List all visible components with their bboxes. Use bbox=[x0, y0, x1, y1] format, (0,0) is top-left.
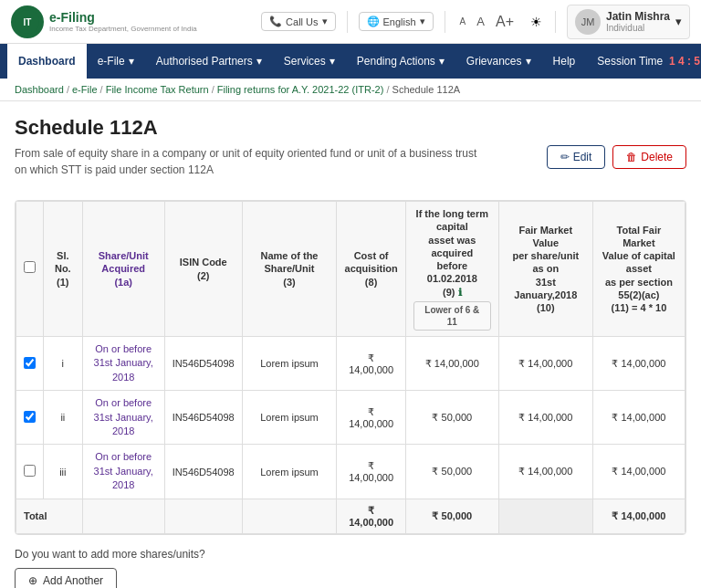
globe-icon: 🌐 bbox=[367, 16, 380, 27]
svg-text:IT: IT bbox=[24, 17, 32, 27]
chevron-down-icon: ▾ bbox=[256, 55, 262, 68]
logo-text: e-Filing Income Tax Department, Governme… bbox=[49, 10, 197, 33]
row-total-fmv: ₹ 14,00,000 bbox=[592, 445, 685, 499]
total-label-cell: Total bbox=[16, 499, 83, 533]
edit-icon: ✏ bbox=[560, 151, 570, 163]
col-header-cost: Cost ofacquisition(8) bbox=[337, 202, 406, 337]
row-name: Lorem ipsum bbox=[242, 445, 337, 499]
row-cost: ₹ 14,00,000 bbox=[337, 337, 406, 391]
row-checkbox-cell[interactable] bbox=[16, 391, 44, 445]
main-content: Schedule 112A From sale of equity share … bbox=[0, 101, 701, 588]
plus-icon: ⊕ bbox=[28, 574, 37, 587]
row-checkbox-0[interactable] bbox=[24, 357, 36, 369]
row-checkbox-cell[interactable] bbox=[16, 337, 44, 391]
font-size-controls: A A A+ bbox=[456, 12, 518, 32]
row-share-unit: On or before31st January, 2018 bbox=[82, 445, 164, 499]
row-ltcga: ₹ 50,000 bbox=[405, 445, 498, 499]
breadcrumb-efile[interactable]: e-File bbox=[72, 84, 98, 95]
chevron-down-icon: ▾ bbox=[675, 15, 682, 28]
breadcrumb: Dashboard / e-File / File Income Tax Ret… bbox=[0, 79, 701, 101]
page-title: Schedule 112A bbox=[15, 116, 686, 140]
table-row: iii On or before31st January, 2018 IN546… bbox=[16, 445, 685, 499]
logo-area: IT e-Filing Income Tax Department, Gover… bbox=[11, 5, 197, 38]
row-total-fmv: ₹ 14,00,000 bbox=[592, 337, 685, 391]
nav-help[interactable]: Help bbox=[542, 44, 587, 79]
row-name: Lorem ipsum bbox=[242, 337, 337, 391]
separator bbox=[347, 11, 348, 33]
breadcrumb-dashboard[interactable]: Dashboard bbox=[15, 84, 64, 95]
font-medium-button[interactable]: A bbox=[473, 13, 488, 30]
row-sl: ii bbox=[44, 391, 83, 445]
top-header: IT e-Filing Income Tax Department, Gover… bbox=[0, 0, 701, 44]
logo-title: e-Filing bbox=[49, 10, 197, 25]
row-fmv: ₹ 14,00,000 bbox=[498, 445, 592, 499]
nav-grievances[interactable]: Grievances ▾ bbox=[455, 44, 542, 79]
col-header-name: Name of the Share/Unit(3) bbox=[242, 202, 337, 337]
row-name: Lorem ipsum bbox=[242, 391, 337, 445]
select-all-checkbox[interactable] bbox=[24, 261, 36, 273]
table-row: ii On or before31st January, 2018 IN546D… bbox=[16, 391, 685, 445]
session-time: Session Time 1 4 : 5 3 bbox=[586, 55, 701, 68]
row-isin: IN546D54098 bbox=[164, 337, 242, 391]
row-cost: ₹ 14,00,000 bbox=[337, 391, 406, 445]
row-share-unit: On or before31st January, 2018 bbox=[82, 337, 164, 391]
nav-dashboard[interactable]: Dashboard bbox=[7, 44, 87, 79]
user-role: Individual bbox=[606, 23, 670, 33]
nav-services[interactable]: Services ▾ bbox=[273, 44, 346, 79]
contrast-button[interactable]: ☀ bbox=[528, 13, 544, 31]
row-ltcga: ₹ 50,000 bbox=[405, 391, 498, 445]
add-another-button[interactable]: ⊕ Add Another bbox=[15, 568, 117, 588]
row-sl: iii bbox=[44, 445, 83, 499]
row-fmv: ₹ 14,00,000 bbox=[498, 391, 592, 445]
col-header-ltcga: If the long term capitalasset was acquir… bbox=[405, 202, 498, 337]
user-info: Jatin Mishra Individual bbox=[606, 10, 670, 33]
total-empty-1 bbox=[82, 499, 164, 533]
edit-button[interactable]: ✏ Edit bbox=[547, 145, 606, 169]
phone-icon: 📞 bbox=[269, 16, 282, 27]
font-small-button[interactable]: A bbox=[456, 15, 470, 28]
page-description: From sale of equity share in a company o… bbox=[15, 145, 547, 178]
schedule-table: Sl. No.(1) Share/UnitAcquired(1a) ISIN C… bbox=[16, 201, 685, 534]
tooltip-lower: Lower of 6 & 11 bbox=[413, 301, 491, 331]
table-total-row: Total ₹ 14,00,000 ₹ 50,000 ₹ 14,00,000 bbox=[16, 499, 685, 533]
user-name: Jatin Mishra bbox=[606, 10, 670, 23]
row-checkbox-1[interactable] bbox=[24, 411, 36, 423]
row-checkbox-2[interactable] bbox=[24, 465, 36, 477]
row-total-fmv: ₹ 14,00,000 bbox=[592, 391, 685, 445]
trash-icon: 🗑 bbox=[626, 151, 637, 163]
col-header-sl-no: Sl. No.(1) bbox=[44, 202, 83, 337]
font-large-button[interactable]: A+ bbox=[492, 12, 518, 32]
breadcrumb-file-itr[interactable]: File Income Tax Return bbox=[106, 84, 209, 95]
delete-button[interactable]: 🗑 Delete bbox=[612, 145, 686, 169]
nav-efile[interactable]: e-File ▾ bbox=[87, 44, 145, 79]
language-button[interactable]: 🌐 English ▾ bbox=[359, 12, 434, 31]
logo-icon: IT bbox=[11, 5, 44, 38]
chevron-down-icon: ▾ bbox=[129, 55, 134, 68]
separator-2 bbox=[445, 11, 445, 33]
nav-bar: Dashboard e-File ▾ Authorised Partners ▾… bbox=[0, 44, 701, 79]
col-header-share-unit: Share/UnitAcquired(1a) bbox=[82, 202, 164, 337]
row-cost: ₹ 14,00,000 bbox=[337, 445, 406, 499]
total-fmv bbox=[498, 499, 592, 533]
table-row: i On or before31st January, 2018 IN546D5… bbox=[16, 337, 685, 391]
add-more-section: Do you want to add more shares/units? ⊕ … bbox=[15, 535, 686, 588]
total-ltcga: ₹ 50,000 bbox=[405, 499, 498, 533]
call-us-button[interactable]: 📞 Call Us ▾ bbox=[261, 12, 335, 31]
user-menu[interactable]: JM Jatin Mishra Individual ▾ bbox=[567, 5, 690, 39]
col-header-checkbox bbox=[16, 202, 44, 337]
schedule-table-wrapper: Sl. No.(1) Share/UnitAcquired(1a) ISIN C… bbox=[15, 200, 686, 535]
total-cost: ₹ 14,00,000 bbox=[337, 499, 406, 533]
separator-3 bbox=[555, 11, 556, 33]
col-header-total-fmv: Total Fair MarketValue of capital asseta… bbox=[592, 202, 685, 337]
row-share-unit: On or before31st January, 2018 bbox=[82, 391, 164, 445]
col-header-isin: ISIN Code(2) bbox=[164, 202, 242, 337]
breadcrumb-filing-returns[interactable]: Filing returns for A.Y. 2021-22 (ITR-2) bbox=[217, 84, 384, 95]
breadcrumb-current: Schedule 112A bbox=[392, 84, 461, 95]
row-isin: IN546D54098 bbox=[164, 445, 242, 499]
nav-authorised-partners[interactable]: Authorised Partners ▾ bbox=[145, 44, 273, 79]
info-icon[interactable]: ℹ bbox=[458, 287, 462, 298]
action-buttons: ✏ Edit 🗑 Delete bbox=[547, 145, 686, 169]
nav-pending-actions[interactable]: Pending Actions ▾ bbox=[346, 44, 455, 79]
row-checkbox-cell[interactable] bbox=[16, 445, 44, 499]
total-empty-2 bbox=[164, 499, 242, 533]
